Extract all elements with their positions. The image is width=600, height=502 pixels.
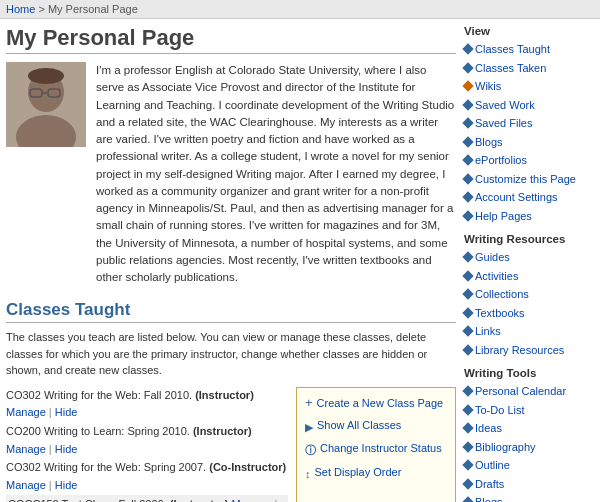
diamond-icon [462,81,473,92]
sidebar-item[interactable]: ePortfolios [464,151,594,170]
sidebar-item-label: Library Resources [475,342,564,359]
sidebar-item[interactable]: Textbooks [464,304,594,323]
sidebar-item[interactable]: Ideas [464,419,594,438]
sidebar-item[interactable]: Saved Files [464,114,594,133]
set-order-link[interactable]: Set Display Order [315,463,402,483]
link-divider: | [49,479,52,491]
sidebar-item[interactable]: Bibliography [464,438,594,457]
main-content: My Personal Page I'm a professor English [6,25,456,502]
show-icon: ▶ [305,418,313,438]
classes-description: The classes you teach are listed below. … [6,329,456,379]
plus-icon: + [305,396,313,409]
classes-list-area: CO302 Writing for the Web: Fall 2010. (I… [6,387,288,502]
diamond-icon [462,344,473,355]
class-link-hide[interactable]: Hide [55,479,78,491]
classes-section: Classes Taught The classes you teach are… [6,300,456,502]
profile-bio: I'm a professor English at Colorado Stat… [96,62,456,286]
view-header: View [464,25,594,37]
breadcrumb-home-link[interactable]: Home [6,3,35,15]
sidebar-item[interactable]: Activities [464,267,594,286]
diamond-icon [462,497,473,502]
sidebar-item-label: Saved Files [475,115,532,132]
diamond-icon [462,252,473,263]
sidebar-item-label: Bibliography [475,439,536,456]
sidebar-item[interactable]: Library Resources [464,341,594,360]
sidebar-writing-tools-items: Personal Calendar To-Do List Ideas Bibli… [464,382,594,502]
sidebar-item-label: Links [475,323,501,340]
sidebar-item[interactable]: Guides [464,248,594,267]
sidebar-writing-resources-items: Guides Activities Collections Textbooks … [464,248,594,359]
action-box: + Create a New Class Page ▶ Show All Cla… [296,387,456,502]
writing-resources-header: Writing Resources [464,233,594,245]
diamond-icon [462,289,473,300]
link-divider: | [49,406,52,418]
diamond-icon [462,192,473,203]
show-all-action[interactable]: ▶ Show All Classes [305,416,447,438]
sidebar-item[interactable]: Blogs [464,133,594,152]
sidebar-item[interactable]: Blogs [464,493,594,502]
profile-photo [6,62,86,147]
classes-heading: Classes Taught [6,300,456,323]
diamond-icon [462,326,473,337]
sidebar-item[interactable]: To-Do List [464,401,594,420]
sidebar-item-label: Saved Work [475,97,535,114]
diamond-icon [462,118,473,129]
sidebar-item-label: Blogs [475,494,503,502]
sidebar-item-label: Wikis [475,78,501,95]
class-code: CO302 Writing for the Web: Spring 2007. [6,461,206,473]
sidebar-item-label: Outline [475,457,510,474]
change-instructor-link[interactable]: Change Instructor Status [320,439,442,459]
breadcrumb: Home > My Personal Page [0,0,600,19]
sidebar-item-label: Personal Calendar [475,383,566,400]
set-order-action[interactable]: ↕ Set Display Order [305,463,447,485]
page-title: My Personal Page [6,25,456,54]
sidebar-item-label: Account Settings [475,189,558,206]
diamond-icon [462,460,473,471]
diamond-icon [462,270,473,281]
sidebar-item[interactable]: Personal Calendar [464,382,594,401]
change-instructor-action[interactable]: ⓘ Change Instructor Status [305,439,447,461]
class-link-manage[interactable]: Manage [6,443,46,455]
info-icon: ⓘ [305,441,316,461]
class-type: (Instructor) [193,425,252,437]
writing-tools-header: Writing Tools [464,367,594,379]
diamond-icon [462,478,473,489]
sidebar-item[interactable]: Account Settings [464,188,594,207]
create-class-action[interactable]: + Create a New Class Page [305,394,447,414]
class-code: COCC150 Test Class: Fall 2006. [8,498,167,502]
sidebar-item[interactable]: Collections [464,285,594,304]
class-link-hide[interactable]: Hide [55,443,78,455]
sidebar: View Classes Taught Classes Taken Wikis … [464,25,594,502]
sidebar-item[interactable]: Links [464,322,594,341]
diamond-icon [462,99,473,110]
profile-section: I'm a professor English at Colorado Stat… [6,62,456,286]
sidebar-item-label: Activities [475,268,518,285]
link-divider: | [274,498,277,502]
sidebar-item-label: Guides [475,249,510,266]
class-link-manage[interactable]: Manage [232,498,272,502]
sidebar-item[interactable]: Classes Taught [464,40,594,59]
diamond-icon [462,423,473,434]
class-type: (Co-Instructor) [209,461,286,473]
class-link-manage[interactable]: Manage [6,479,46,491]
sidebar-item[interactable]: Classes Taken [464,59,594,78]
svg-point-6 [28,68,64,84]
sidebar-item-label: ePortfolios [475,152,527,169]
sidebar-item[interactable]: Saved Work [464,96,594,115]
sidebar-item-label: Classes Taught [475,41,550,58]
show-all-link[interactable]: Show All Classes [317,416,401,436]
sidebar-item-label: Drafts [475,476,504,493]
sidebar-item-label: Classes Taken [475,60,546,77]
create-class-link[interactable]: Create a New Class Page [317,394,444,414]
class-link-manage[interactable]: Manage [6,406,46,418]
sidebar-item-label: Textbooks [475,305,525,322]
sidebar-item[interactable]: Outline [464,456,594,475]
sidebar-item[interactable]: Help Pages [464,207,594,226]
class-type: (Instructor) [195,389,254,401]
sidebar-item[interactable]: Drafts [464,475,594,494]
class-link-hide[interactable]: Hide [55,406,78,418]
diamond-icon [462,404,473,415]
sidebar-item[interactable]: Wikis [464,77,594,96]
sidebar-item[interactable]: Customize this Page [464,170,594,189]
class-entry: CO200 Writing to Learn: Spring 2010. (In… [6,423,288,458]
